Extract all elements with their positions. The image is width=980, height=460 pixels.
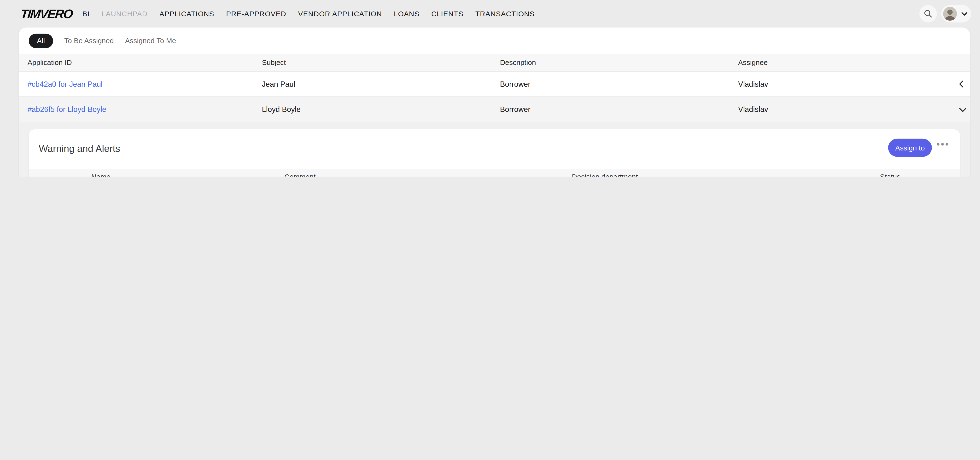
filter-tabs: All To Be Assigned Assigned To Me [19, 27, 970, 54]
application-detail-area: Warning and Alerts Assign to Name Commen… [19, 122, 970, 176]
tab-assigned-to-me[interactable]: Assigned To Me [125, 37, 176, 44]
timvero-logo: TIMVERO [20, 6, 73, 21]
applications-panel: All To Be Assigned Assigned To Me Applic… [19, 27, 970, 176]
col-name: Name [91, 169, 110, 176]
tab-all[interactable]: All [29, 33, 53, 48]
subject-cell: Jean Paul [262, 72, 295, 97]
application-id-link[interactable]: #cb42a0 for Jean Paul [27, 80, 103, 89]
table-row[interactable]: #ab26f5 for Lloyd Boyle Lloyd Boyle Borr… [19, 97, 970, 122]
assignee-cell: Vladislav [738, 72, 768, 97]
application-id-link[interactable]: #ab26f5 for Lloyd Boyle [27, 105, 107, 114]
warning-and-alerts-card: Warning and Alerts Assign to Name Commen… [29, 129, 960, 176]
expand-row-button[interactable] [959, 72, 964, 96]
col-application-id: Application ID [27, 54, 72, 72]
main-menu: BI LAUNCHPAD APPLICATIONS PRE-APPROVED V… [82, 10, 535, 17]
nav-item-transactions[interactable]: TRANSACTIONS [476, 10, 535, 17]
table-row[interactable]: #cb42a0 for Jean Paul Jean Paul Borrower… [19, 72, 970, 97]
col-comment: Comment [284, 169, 315, 176]
col-subject: Subject [262, 54, 286, 72]
nav-item-applications[interactable]: APPLICATIONS [159, 10, 214, 17]
warning-card-title: Warning and Alerts [39, 143, 120, 154]
avatar [943, 7, 957, 21]
tab-to-be-assigned[interactable]: To Be Assigned [64, 37, 114, 44]
chevron-down-icon [961, 11, 967, 16]
description-cell: Borrower [500, 97, 530, 122]
nav-item-bi[interactable]: BI [82, 10, 89, 17]
search-button[interactable] [920, 5, 937, 22]
chevron-down-icon [959, 107, 967, 112]
warning-table-header: Name Comment Decision department Status [29, 169, 960, 176]
chevron-left-icon [959, 80, 964, 88]
assign-to-button[interactable]: Assign to [888, 139, 932, 157]
nav-item-clients[interactable]: CLIENTS [431, 10, 463, 17]
app-root: TIMVERO BI LAUNCHPAD APPLICATIONS PRE-AP… [0, 0, 980, 176]
assignee-cell: Vladislav [738, 97, 768, 122]
applications-table-header: Application ID Subject Description Assig… [19, 54, 970, 72]
search-icon [924, 10, 932, 18]
collapse-row-button[interactable] [959, 97, 967, 122]
col-description: Description [500, 54, 536, 72]
nav-item-launchpad[interactable]: LAUNCHPAD [102, 10, 148, 17]
more-menu-button[interactable] [937, 143, 948, 145]
nav-item-pre-approved[interactable]: PRE-APPROVED [226, 10, 286, 17]
col-assignee: Assignee [738, 54, 768, 72]
nav-item-loans[interactable]: LOANS [394, 10, 420, 17]
nav-item-vendor-application[interactable]: VENDOR APPLICATION [298, 10, 382, 17]
col-decision-department: Decision department [572, 169, 638, 176]
user-menu[interactable] [941, 5, 971, 22]
subject-cell: Lloyd Boyle [262, 97, 301, 122]
top-navigation-bar: TIMVERO BI LAUNCHPAD APPLICATIONS PRE-AP… [0, 0, 980, 27]
description-cell: Borrower [500, 72, 530, 97]
col-status: Status [880, 169, 900, 176]
